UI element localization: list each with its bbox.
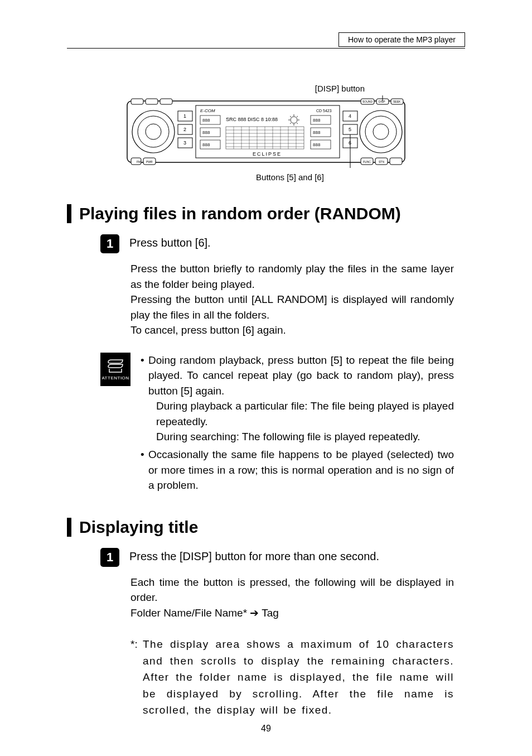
svg-text:4: 4	[349, 113, 351, 119]
step-1-display-title: Press the [DISP] button for more than on…	[129, 548, 379, 563]
step-1-random-title: Press button [6].	[129, 234, 211, 249]
step-badge-1b: 1	[100, 548, 119, 567]
svg-text:2: 2	[183, 127, 186, 132]
attention-text: Doing random playback, press button [5] …	[141, 353, 454, 495]
step-badge-1: 1	[100, 234, 119, 253]
step-1-display: 1 Press the [DISP] button for more than …	[100, 548, 465, 567]
display-body: Each time the button is pressed, the fol…	[130, 575, 454, 621]
footnote-body: The display area shows a maximum of 10 c…	[143, 636, 454, 718]
svg-text:SRC 888 DISC 8 10:88: SRC 888 DISC 8 10:88	[226, 117, 278, 122]
random-body: Press the button briefly to randomly pla…	[130, 261, 454, 338]
arrow-icon: ➔	[250, 607, 259, 619]
attention-label: ATTENTION	[101, 375, 129, 381]
disp-button-label: [DISP] button	[67, 84, 365, 93]
svg-rect-5	[146, 99, 158, 104]
footnote: *: The display area shows a maximum of 1…	[130, 636, 454, 718]
svg-text:PWR: PWR	[146, 160, 153, 163]
random-body-line3: To cancel, press button [6] again.	[130, 322, 454, 338]
section-title-display: Displaying title	[67, 518, 465, 537]
svg-text:3: 3	[183, 140, 186, 146]
car-stereo-illustration: FM PWR 1 2 3 E-COM CD 5423 888 888 888 S…	[127, 95, 405, 168]
attention-sub-1: During playback a particular file: The f…	[148, 398, 454, 429]
display-body-line2: Folder Name/File Name* ➔ Tag	[130, 605, 454, 621]
svg-text:888: 888	[202, 142, 210, 147]
svg-text:CD 5423: CD 5423	[316, 109, 332, 113]
attention-sub-2: During searching: The following file is …	[148, 429, 454, 445]
section-random-title: Playing files in random order (RANDOM)	[67, 204, 465, 223]
svg-text:888: 888	[313, 142, 321, 147]
svg-text:E-COM: E-COM	[200, 108, 215, 113]
device-figure: [DISP] button FM PWR 1 2 3 E-COM CD 5423	[67, 84, 465, 182]
svg-text:FUNC: FUNC	[363, 160, 371, 163]
svg-text:888: 888	[202, 118, 210, 123]
display-body-line1: Each time the button is pressed, the fol…	[130, 575, 454, 605]
page-number: 49	[0, 724, 532, 734]
footnote-marker: *:	[130, 636, 143, 718]
step-1-random: 1 Press button [6].	[100, 234, 465, 253]
header-rule	[67, 48, 465, 49]
svg-text:1: 1	[183, 113, 186, 119]
random-body-line2: Pressing the button until [ALL RANDOM] i…	[130, 292, 454, 322]
svg-text:SOUND: SOUND	[362, 100, 373, 103]
svg-text:888: 888	[313, 118, 321, 123]
attention-bullet-1: Doing random playback, press button [5] …	[141, 353, 454, 445]
svg-text:STN: STN	[379, 160, 384, 163]
attention-block: ATTENTION Doing random playback, press b…	[100, 353, 465, 495]
svg-text:888: 888	[313, 130, 321, 135]
svg-text:DISP: DISP	[379, 100, 385, 103]
svg-text:FM: FM	[137, 160, 141, 163]
page: How to operate the MP3 player [DISP] but…	[0, 0, 532, 756]
buttons-5-6-label: Buttons [5] and [6]	[234, 172, 346, 182]
svg-text:ECLIPSE: ECLIPSE	[253, 151, 282, 157]
attention-icon: ATTENTION	[100, 353, 130, 386]
breadcrumb: How to operate the MP3 player	[338, 32, 465, 47]
svg-text:SEEK: SEEK	[393, 100, 401, 103]
svg-rect-6	[160, 99, 172, 104]
svg-text:888: 888	[202, 130, 210, 135]
svg-rect-4	[131, 99, 143, 104]
svg-rect-78	[390, 158, 402, 165]
attention-bullet-2: Occasionally the same file happens to be…	[141, 447, 454, 493]
random-body-line1: Press the button briefly to randomly pla…	[130, 261, 454, 292]
svg-text:5: 5	[349, 127, 351, 132]
